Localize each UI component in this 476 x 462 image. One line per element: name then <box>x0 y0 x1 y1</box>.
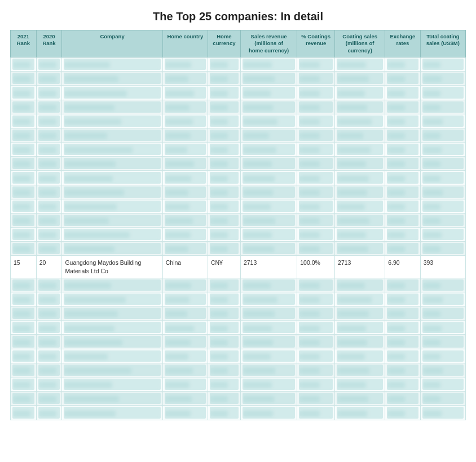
table-cell-blurred <box>162 86 208 100</box>
table-cell-blurred <box>240 321 297 335</box>
table-cell-blurred <box>335 213 385 227</box>
table-cell-blurred <box>11 321 37 335</box>
table-cell-blurred <box>208 321 240 335</box>
table-row <box>11 306 466 321</box>
table-cell-blurred <box>62 72 162 86</box>
table-cell-blurred <box>62 363 162 377</box>
table-cell-blurred <box>62 213 162 227</box>
table-cell-blurred <box>240 335 297 349</box>
table-cell-blurred <box>335 128 385 142</box>
table-cell-blurred <box>335 278 385 292</box>
table-cell-blurred <box>208 306 240 321</box>
table-cell-blurred <box>36 72 62 86</box>
table-cell-blurred <box>208 406 240 420</box>
table-cell-blurred <box>36 349 62 363</box>
table-cell-blurred <box>162 57 208 72</box>
table-cell-blurred <box>385 199 420 213</box>
table-cell-blurred <box>11 72 37 86</box>
table-cell-blurred <box>62 143 162 157</box>
table-cell-blurred <box>420 157 465 171</box>
table-cell-blurred <box>385 321 420 335</box>
table-cell-blurred <box>36 278 62 292</box>
table-row <box>11 377 466 391</box>
table-cell-blurred <box>385 86 420 100</box>
header-currency: Homecurrency <box>208 30 240 57</box>
table-cell-blurred <box>36 57 62 72</box>
table-cell-blurred <box>420 242 465 256</box>
table-cell-blurred <box>62 86 162 100</box>
table-row <box>11 185 466 199</box>
table-cell-blurred <box>62 242 162 256</box>
table-cell: CN¥ <box>208 256 240 278</box>
table-cell-blurred <box>420 321 465 335</box>
table-cell-blurred <box>208 228 240 242</box>
header-exchange: Exchangerates <box>385 30 420 57</box>
header-pct: % Coatingsrevenue <box>297 30 335 57</box>
table-row <box>11 213 466 227</box>
table-cell-blurred <box>11 278 37 292</box>
table-cell-blurred <box>62 306 162 321</box>
table-cell-blurred <box>162 306 208 321</box>
table-cell-blurred <box>11 57 37 72</box>
table-cell-blurred <box>208 86 240 100</box>
table-cell-blurred <box>208 377 240 391</box>
table-cell-blurred <box>335 171 385 185</box>
table-cell-blurred <box>240 242 297 256</box>
table-cell: 15 <box>11 256 37 278</box>
table-cell-blurred <box>420 143 465 157</box>
table-cell-blurred <box>420 278 465 292</box>
table-row <box>11 321 466 335</box>
table-cell-blurred <box>208 292 240 306</box>
table-cell-blurred <box>208 72 240 86</box>
table-header-row: 2021Rank 2020Rank Company Home country H… <box>11 30 466 57</box>
table-cell-blurred <box>335 157 385 171</box>
table-cell-blurred <box>240 72 297 86</box>
table-cell-blurred <box>162 185 208 199</box>
table-cell-blurred <box>420 171 465 185</box>
table-cell-blurred <box>162 128 208 142</box>
table-cell-blurred <box>385 228 420 242</box>
table-cell-blurred <box>240 57 297 72</box>
table-cell-blurred <box>385 335 420 349</box>
table-cell-blurred <box>297 278 335 292</box>
table-cell-blurred <box>36 406 62 420</box>
table-cell-blurred <box>240 349 297 363</box>
table-cell-blurred <box>297 143 335 157</box>
table-cell-blurred <box>385 377 420 391</box>
table-cell-blurred <box>36 157 62 171</box>
table-cell-blurred <box>335 406 385 420</box>
table-cell-blurred <box>11 100 37 114</box>
table-cell-blurred <box>420 349 465 363</box>
table-cell-blurred <box>335 349 385 363</box>
table-wrapper: 2021Rank 2020Rank Company Home country H… <box>0 30 476 430</box>
table-cell-blurred <box>335 114 385 128</box>
table-cell-blurred <box>420 306 465 321</box>
table-cell-blurred <box>208 157 240 171</box>
table-cell-blurred <box>11 292 37 306</box>
table-cell-blurred <box>36 128 62 142</box>
table-cell-blurred <box>162 157 208 171</box>
table-cell-blurred <box>297 100 335 114</box>
table-cell-blurred <box>297 228 335 242</box>
table-cell-blurred <box>162 349 208 363</box>
table-cell-blurred <box>240 157 297 171</box>
table-cell-blurred <box>420 228 465 242</box>
table-cell-blurred <box>240 292 297 306</box>
table-cell-blurred <box>420 128 465 142</box>
table-cell-blurred <box>162 171 208 185</box>
table-cell-blurred <box>36 100 62 114</box>
table-cell-blurred <box>11 199 37 213</box>
table-cell-blurred <box>240 143 297 157</box>
table-cell-blurred <box>385 100 420 114</box>
table-cell-blurred <box>208 114 240 128</box>
table-cell-blurred <box>162 228 208 242</box>
table-cell-blurred <box>162 114 208 128</box>
table-cell-blurred <box>240 363 297 377</box>
table-cell-blurred <box>36 292 62 306</box>
table-cell-blurred <box>11 171 37 185</box>
table-cell-blurred <box>36 363 62 377</box>
header-coating: Coating sales(millions ofcurrency) <box>335 30 385 57</box>
table-row <box>11 349 466 363</box>
table-cell-blurred <box>62 57 162 72</box>
table-cell-blurred <box>162 406 208 420</box>
